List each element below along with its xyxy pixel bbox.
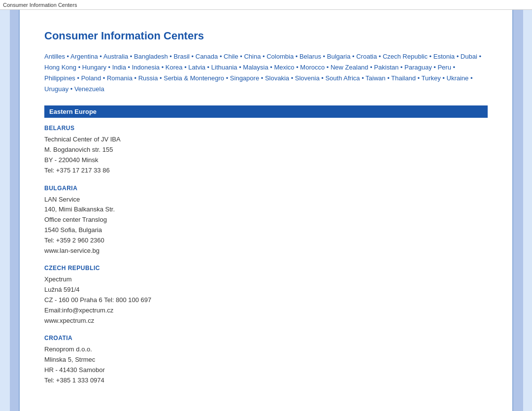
sidebar-right-inner <box>523 10 532 411</box>
country-details-bulgaria: LAN Service 140, Mimi Balkanska Str. Off… <box>44 195 488 256</box>
country-details-belarus: Technical Center of JV IBA M. Bogdanovic… <box>44 135 488 175</box>
page-title: Consumer Information Centers <box>44 30 488 42</box>
content-area: Consumer Information Centers Antilles • … <box>20 10 512 411</box>
title-bar-text: Consumer Information Centers <box>3 2 77 8</box>
sidebar-right <box>512 10 532 411</box>
content-wrapper: Consumer Information Centers Antilles • … <box>20 10 512 411</box>
country-name-czech-republic: CZECH REPUBLIC <box>44 265 488 272</box>
country-name-bulgaria: BULGARIA <box>44 185 488 192</box>
country-name-croatia: CROATIA <box>44 335 488 342</box>
country-links: Antilles • Argentina • Australia • Bangl… <box>44 51 488 95</box>
sidebar-left-inner <box>0 10 10 411</box>
country-links-text: Antilles • Argentina • Australia • Bangl… <box>44 53 481 93</box>
sidebar-left <box>0 10 20 411</box>
country-section-belarus: BELARUS Technical Center of JV IBA M. Bo… <box>44 125 488 175</box>
country-details-czech-republic: Xpectrum Lužná 591/4 CZ - 160 00 Praha 6… <box>44 274 488 326</box>
title-bar: Consumer Information Centers <box>0 0 532 10</box>
section-header-eastern-europe: Eastern Europe <box>44 105 488 118</box>
country-details-croatia: Renoprom d.o.o. Mlinska 5, Strmec HR - 4… <box>44 344 488 385</box>
country-section-croatia: CROATIA Renoprom d.o.o. Mlinska 5, Strme… <box>44 335 488 385</box>
country-name-belarus: BELARUS <box>44 125 488 132</box>
section-header-label: Eastern Europe <box>49 108 97 115</box>
country-section-czech-republic: CZECH REPUBLIC Xpectrum Lužná 591/4 CZ -… <box>44 265 488 326</box>
country-section-bulgaria: BULGARIA LAN Service 140, Mimi Balkanska… <box>44 185 488 256</box>
main-layout: Consumer Information Centers Antilles • … <box>0 10 532 411</box>
